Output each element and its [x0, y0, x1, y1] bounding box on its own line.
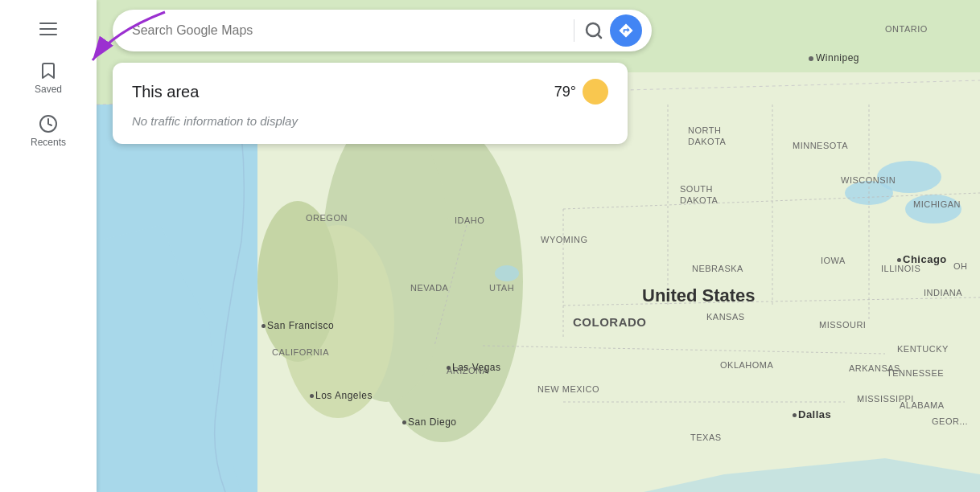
search-divider	[574, 19, 574, 42]
search-bar	[113, 10, 652, 51]
search-input[interactable]	[132, 23, 564, 38]
sidebar-item-recents[interactable]: Recents	[31, 114, 66, 148]
sun-icon	[583, 79, 608, 105]
svg-point-11	[257, 201, 338, 362]
temperature-display: 79°	[554, 84, 576, 100]
hamburger-icon	[39, 23, 57, 35]
weather-info: 79°	[554, 79, 608, 105]
menu-button[interactable]	[32, 13, 64, 45]
saved-label: Saved	[35, 84, 62, 95]
sidebar-item-saved[interactable]: Saved	[35, 61, 62, 95]
map-label-united-states: United States	[642, 285, 756, 306]
info-card: This area 79° No traffic information to …	[113, 63, 628, 144]
search-icon	[584, 21, 603, 40]
clock-icon	[39, 114, 58, 133]
bookmark-icon	[39, 61, 58, 80]
info-card-title: This area	[132, 83, 199, 101]
sidebar: Saved Recents	[0, 0, 97, 492]
info-card-header: This area 79°	[132, 79, 608, 105]
directions-button[interactable]	[610, 14, 642, 47]
search-button[interactable]	[584, 21, 603, 40]
svg-point-12	[495, 265, 519, 281]
svg-line-26	[598, 35, 601, 38]
traffic-message: No traffic information to display	[132, 114, 608, 128]
directions-icon	[618, 23, 634, 39]
svg-point-9	[905, 195, 961, 223]
recents-label: Recents	[31, 137, 66, 148]
